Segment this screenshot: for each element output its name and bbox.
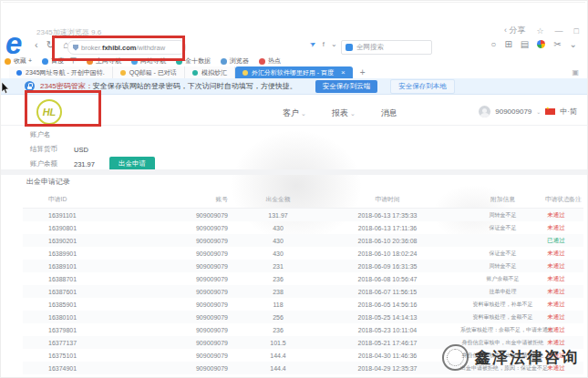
- language-selector[interactable]: 中·简: [560, 107, 577, 117]
- cell-account: 909009079: [77, 298, 242, 311]
- legal-watermark: 鑫泽法律咨询: [442, 344, 579, 371]
- search-engine-icon[interactable]: [346, 44, 353, 51]
- cell-amount: 430: [242, 234, 315, 247]
- record-row: 163899019090090794302018-06-10 18:02:24保…: [23, 247, 583, 260]
- cell-request-id: 16375101: [23, 349, 77, 362]
- bookmark-label: 浏览器: [230, 56, 249, 66]
- cell-request-id: 16391101: [23, 209, 77, 222]
- share-button[interactable]: ‹ 分享: [504, 25, 526, 36]
- cell-status: 未通过: [545, 221, 567, 234]
- cell-note: [567, 323, 583, 336]
- cell-status: 未通过: [545, 298, 567, 311]
- currency-label: 结算货币: [30, 145, 74, 154]
- nav-messages[interactable]: 消息: [381, 107, 397, 119]
- tab-active[interactable]: 外汇分析软件哪里好用 - 百度×: [235, 66, 353, 78]
- back-button[interactable]: ‹: [35, 39, 38, 51]
- red-annotation-logo-box: [25, 90, 101, 127]
- balance-value: 231.97: [74, 160, 95, 169]
- search-input[interactable]: 全网搜索: [341, 40, 432, 55]
- cell-note: [567, 260, 583, 272]
- cell-amount: 236: [242, 272, 315, 285]
- cell-account: 909009079: [77, 336, 242, 349]
- cell-account: 909009079: [77, 234, 242, 247]
- column-header: 申请时间: [315, 191, 460, 209]
- cell-time: 2018-06-13 17:35:33: [315, 209, 460, 222]
- nav-clients[interactable]: 客户⌄: [283, 107, 306, 119]
- column-header: 申请ID: [23, 191, 77, 209]
- new-tab-button[interactable]: +: [353, 66, 373, 78]
- cell-info: 周转金不足: [460, 209, 545, 222]
- notification-brand: 2345密码管家：: [40, 82, 93, 90]
- cell-account: 909009079: [77, 209, 242, 222]
- seal-stamp-icon: [442, 344, 469, 371]
- nav-reports[interactable]: 报表⌄: [332, 107, 356, 119]
- tab[interactable]: 模拟炒汇: [185, 66, 235, 78]
- cell-note: [567, 285, 583, 298]
- cn-flag-icon: [545, 108, 555, 116]
- cell-account: 909009079: [77, 349, 242, 362]
- cell-time: 2018-04-29 12:35:37: [315, 362, 460, 374]
- cell-time: 2018-05-23 10:11:04: [315, 323, 460, 336]
- column-header: 申请状态: [545, 191, 567, 209]
- cell-time: 2018-06-13 17:11:36: [315, 221, 460, 234]
- cell-request-id: 16387601: [23, 285, 77, 298]
- apps-grid-icon[interactable]: ⊞: [504, 39, 511, 49]
- cell-amount: 430: [242, 221, 315, 234]
- column-header: 备注: [567, 191, 583, 209]
- record-row: 16391101909009079131.972018-06-13 17:35:…: [23, 209, 583, 222]
- toolbar-right-icons: ○⊞▤✂⌄: [490, 39, 577, 49]
- cell-request-id: 16379801: [23, 323, 77, 336]
- cell-account: 909009079: [77, 221, 242, 234]
- cell-info: 保证金不足: [460, 247, 545, 260]
- cell-time: 2018-06-07 11:56:15: [315, 285, 460, 298]
- cell-time: 2018-05-21 17:46:17: [315, 336, 460, 349]
- caret-down-icon[interactable]: ⌄: [331, 40, 337, 48]
- menu-caret-icon[interactable]: ⌄: [570, 39, 577, 49]
- tab-close-icon[interactable]: ×: [341, 68, 346, 77]
- bookmark-label: 热点: [268, 56, 281, 66]
- cell-request-id: 16374901: [23, 362, 77, 374]
- search-ring-icon[interactable]: ○: [490, 39, 496, 49]
- save-to-cloud-button[interactable]: 安全保存到云端: [315, 80, 378, 93]
- caret-down-icon: ⌄: [301, 110, 306, 117]
- favorite-star-icon[interactable]: ☆: [536, 26, 543, 36]
- avatar: [479, 106, 490, 117]
- currency-value: USD: [74, 146, 88, 154]
- tab-bar: 2345网址导航 - 开创中国特.QQ邮箱 - 已对话模拟炒汇外汇分析软件哪里好…: [9, 66, 561, 78]
- bookmark-item[interactable]: 浏览器: [221, 56, 249, 66]
- font-size-icon[interactable]: f: [323, 40, 325, 48]
- cell-amount: 144.4: [242, 362, 315, 374]
- screenshot-scissors-icon[interactable]: ✂: [553, 39, 561, 49]
- browser-logo-icon: e: [5, 30, 22, 57]
- tab-favicon-icon: [120, 70, 126, 76]
- cell-amount: 231: [242, 260, 315, 272]
- tab[interactable]: QQ邮箱 - 已对话: [113, 66, 185, 78]
- red-annotation-url-box: [52, 36, 185, 61]
- cell-info: 保证金不足: [460, 221, 545, 234]
- tab[interactable]: 2345网址导航 - 开创中国特.: [9, 66, 113, 78]
- cell-time: 2018-06-10 18:02:24: [315, 247, 460, 260]
- cell-request-id: 16385901: [23, 298, 77, 311]
- theme-ball-icon[interactable]: [537, 40, 545, 48]
- bookmark-item[interactable]: 收藏 +: [5, 56, 32, 66]
- restore-layout-icon[interactable]: ▣: [572, 68, 579, 77]
- column-header: 附加信息: [460, 191, 545, 209]
- send-page-icon[interactable]: ➤: [308, 39, 317, 49]
- cell-account: 909009079: [77, 362, 242, 374]
- records-title: 出金申请记录: [26, 177, 583, 187]
- user-id-menu[interactable]: 909009079: [495, 107, 531, 116]
- cell-account: 909009079: [77, 247, 242, 260]
- record-row: 163798019090090792362018-05-23 10:11:04系…: [23, 323, 583, 336]
- cell-info: 系统审核处理：余额不足，申请未通过: [460, 323, 545, 336]
- save-to-local-button[interactable]: 安全保存到本地: [390, 79, 455, 94]
- cell-time: 2018-05-25 14:14:13: [315, 311, 460, 323]
- maximize-button[interactable]: □: [574, 26, 579, 36]
- minimize-button[interactable]: —: [555, 26, 563, 36]
- notes-icon[interactable]: ▤: [521, 39, 529, 49]
- cell-amount: 430: [242, 247, 315, 260]
- cell-info: [460, 234, 545, 247]
- cell-amount: 101.5: [242, 336, 315, 349]
- mouse-cursor-icon: [1, 82, 9, 94]
- cell-request-id: 16377137: [23, 336, 77, 349]
- bookmark-item[interactable]: 热点: [259, 56, 281, 66]
